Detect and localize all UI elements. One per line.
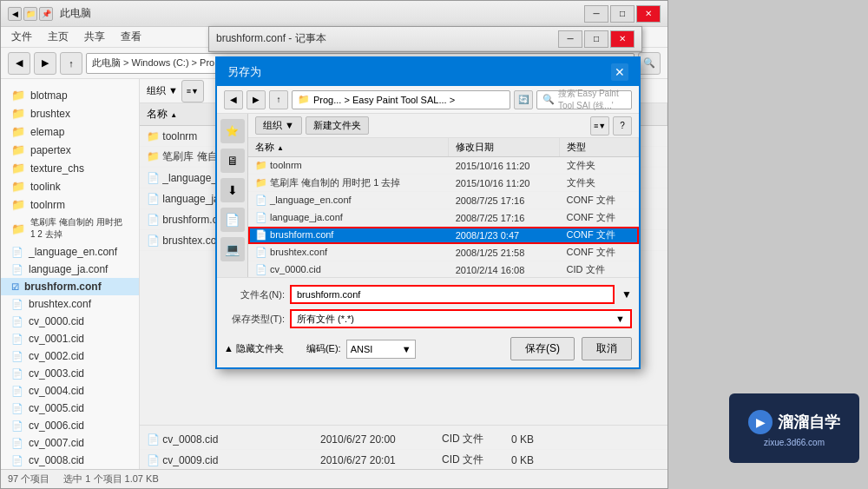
dialog-bottom: 文件名(N): ▼ 保存类型(T): 所有文件 (*.*) ▼ ▲ 隐藏文件夹 … <box>217 277 639 367</box>
hide-folders-button[interactable]: ▲ 隐藏文件夹 <box>224 342 284 355</box>
file-type: CONF 文件 <box>560 209 639 227</box>
sidebar-item-toolnrm[interactable]: 📁 toolnrm <box>1 195 139 214</box>
sidebar-item-lang-en[interactable]: 📄 _language_en.conf <box>1 243 139 261</box>
list-item-selected[interactable]: 📄 brushform.conf 2008/1/23 0:47 CONF 文件 <box>248 227 639 244</box>
table-row[interactable]: 📄 cv_0008.cid 2010/6/27 20:00 CID 文件 0 K… <box>140 429 667 450</box>
sidebar-item-cv0007[interactable]: 📄 cv_0007.cid <box>1 434 139 452</box>
sidebar-item-brush-lib[interactable]: 📁 笔刷库 俺自制的 用时把 1 2 去掉 <box>1 214 139 243</box>
view-toggle-button[interactable]: ≡▼ <box>590 116 609 135</box>
file-name: 📄 cv_0000.cid <box>248 261 449 278</box>
sidebar-item-cv0006[interactable]: 📄 cv_0006.cid <box>1 417 139 434</box>
explorer-title: 此电脑 <box>60 6 581 21</box>
file-date: 2010/6/27 20:01 <box>313 450 435 470</box>
minimize-button[interactable]: ─ <box>584 5 608 23</box>
back-button[interactable]: ◀ <box>8 52 30 75</box>
cid-icon: 📄 <box>11 420 23 432</box>
dialog-address-bar[interactable]: 📁 Prog... > Easy Paint Tool SAL... > <box>292 90 510 109</box>
sidebar-item-blotmap[interactable]: 📁 blotmap <box>1 86 139 104</box>
new-folder-button[interactable]: 新建文件夹 <box>306 116 369 135</box>
sidebar-item-cv0001[interactable]: 📄 cv_0001.cid <box>1 330 139 347</box>
cancel-button[interactable]: 取消 <box>582 337 632 360</box>
file-date: 2010/2/14 16:08 <box>449 261 560 278</box>
notepad-minimize[interactable]: ─ <box>558 30 582 48</box>
sidebar: 📁 blotmap 📁 brushtex 📁 elemap 📁 papertex… <box>1 79 140 469</box>
notepad-close[interactable]: ✕ <box>610 30 635 48</box>
sidebar-item-brushform[interactable]: ☑ brushform.conf <box>1 278 139 295</box>
folder-icon: 📁 <box>11 143 25 156</box>
menu-home[interactable]: 主页 <box>41 28 76 46</box>
sidebar-item-cv0004[interactable]: 📄 cv_0004.cid <box>1 382 139 400</box>
sidebar-item-cv0000[interactable]: 📄 cv_0000.cid <box>1 313 139 330</box>
file-name: 📄 brushform.conf <box>248 227 449 244</box>
filename-dropdown[interactable]: ▼ <box>621 288 632 301</box>
watermark-url: zixue.3d66.com <box>764 438 825 447</box>
sidebar-item-cv0002[interactable]: 📄 cv_0002.cid <box>1 347 139 365</box>
file-date: 2010/6/27 20:00 <box>313 429 435 450</box>
forward-button[interactable]: ▶ <box>34 52 56 75</box>
sidebar-quick-access[interactable]: ⭐ <box>220 119 245 143</box>
folder-icon-small[interactable]: 📁 <box>23 7 37 21</box>
sidebar-item-elemap[interactable]: 📁 elemap <box>1 122 139 141</box>
sidebar-item-texture[interactable]: 📁 texture_chs <box>1 159 139 177</box>
encoding-value: ANSI <box>351 344 373 354</box>
quick-access-icon[interactable]: ◀ <box>8 7 22 21</box>
dialog-actions-row: ▲ 隐藏文件夹 编码(E): ANSI ▼ 保存(S) 取消 <box>224 334 632 360</box>
sidebar-item-papertex[interactable]: 📁 papertex <box>1 141 139 159</box>
sidebar-item-brushtex[interactable]: 📁 brushtex <box>1 104 139 122</box>
list-item[interactable]: 📄 _language_en.conf 2008/7/25 17:16 CONF… <box>248 192 639 209</box>
view-toggle[interactable]: ≡▼ <box>181 80 204 102</box>
table-row[interactable]: 📄 cv_0009.cid 2010/6/27 20:01 CID 文件 0 K… <box>140 450 667 470</box>
filename-row: 文件名(N): ▼ <box>224 285 632 304</box>
file-name: 📁 笔刷库 俺自制的 用时把 1 去掉 <box>248 175 449 192</box>
sidebar-desktop[interactable]: 🖥 <box>220 149 245 173</box>
list-item[interactable]: 📄 brushtex.conf 2008/1/25 21:58 CONF 文件 <box>248 244 639 261</box>
filename-input[interactable] <box>290 285 615 304</box>
menu-file[interactable]: 文件 <box>4 28 39 46</box>
dialog-close-button[interactable]: ✕ <box>611 63 628 81</box>
sidebar-item-cv0005[interactable]: 📄 cv_0005.cid <box>1 400 139 417</box>
list-item[interactable]: 📁 toolnrm 2015/10/16 11:20 文件夹 <box>248 157 639 175</box>
dialog-back-button[interactable]: ◀ <box>224 90 243 109</box>
list-item[interactable]: 📄 cv_0000.cid 2010/2/14 16:08 CID 文件 <box>248 261 639 278</box>
sidebar-item-cv0003[interactable]: 📄 cv_0003.cid <box>1 365 139 382</box>
folder-icon: 📁 <box>11 180 25 193</box>
folder-icon: 📁 <box>298 94 310 105</box>
save-button[interactable]: 保存(S) <box>510 337 575 360</box>
sidebar-item-brushtex-conf[interactable]: 📄 brushtex.conf <box>1 295 139 313</box>
cid-icon: 📄 <box>11 316 23 327</box>
filetype-select[interactable]: 所有文件 (*.*) ▼ <box>290 309 632 328</box>
sidebar-item-toolink[interactable]: 📁 toolink <box>1 177 139 195</box>
help-button[interactable]: ? <box>613 116 632 135</box>
notepad-title-text: brushform.conf - 记事本 <box>216 31 558 46</box>
maximize-button[interactable]: □ <box>610 5 635 23</box>
close-button[interactable]: ✕ <box>636 5 661 23</box>
cid-icon: 📄 <box>11 351 23 362</box>
sidebar-documents[interactable]: 📄 <box>220 208 245 232</box>
menu-view[interactable]: 查看 <box>114 28 148 46</box>
list-item[interactable]: 📁 笔刷库 俺自制的 用时把 1 去掉 2015/10/16 11:20 文件夹 <box>248 175 639 192</box>
organize-button[interactable]: 组织 ▼ <box>255 116 302 135</box>
encoding-select[interactable]: ANSI ▼ <box>346 340 416 359</box>
file-type: CONF 文件 <box>560 244 639 261</box>
file-name: 📁 toolnrm <box>248 157 449 175</box>
dialog-search-bar[interactable]: 🔍 搜索'Easy Paint Tool SAI (线...' <box>536 90 632 109</box>
dialog-refresh-button[interactable]: 🔄 <box>514 90 533 109</box>
dialog-up-button[interactable]: ↑ <box>269 90 288 109</box>
dialog-sidebar: ⭐ 🖥 ⬇ 📄 💻 <box>217 114 248 277</box>
watermark-logo: ▶ 溜溜自学 <box>748 410 840 434</box>
up-button[interactable]: ↑ <box>60 52 82 75</box>
file-type: CONF 文件 <box>560 227 639 244</box>
encoding-chevron: ▼ <box>402 344 411 354</box>
list-item[interactable]: 📄 language_ja.conf 2008/7/25 17:16 CONF … <box>248 209 639 227</box>
menu-share[interactable]: 共享 <box>77 28 112 46</box>
search-button[interactable]: 🔍 <box>638 52 661 75</box>
sidebar-downloads[interactable]: ⬇ <box>220 178 245 202</box>
dialog-forward-button[interactable]: ▶ <box>247 90 266 109</box>
pin-icon[interactable]: 📌 <box>39 7 53 21</box>
file-type: CONF 文件 <box>560 192 639 209</box>
sidebar-computer[interactable]: 💻 <box>220 237 245 261</box>
search-icon: 🔍 <box>542 94 555 105</box>
notepad-maximize[interactable]: □ <box>584 30 608 48</box>
sidebar-item-cv0008[interactable]: 📄 cv_0008.cid <box>1 452 139 469</box>
sidebar-item-lang-ja[interactable]: 📄 language_ja.conf <box>1 261 139 278</box>
